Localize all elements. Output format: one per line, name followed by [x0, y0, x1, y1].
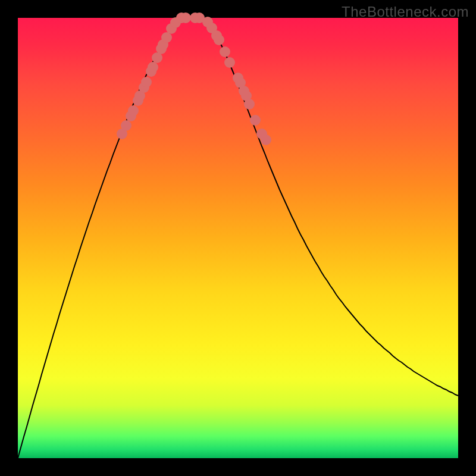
data-dot	[121, 120, 131, 131]
data-dot	[128, 105, 139, 116]
chart-frame: TheBottleneck.com	[0, 0, 476, 476]
plot-area	[18, 18, 458, 458]
data-dot	[250, 115, 261, 126]
data-dots-group	[117, 12, 271, 145]
left-curve	[18, 18, 187, 458]
data-dot	[148, 62, 158, 73]
data-dot	[214, 35, 224, 45]
data-dot	[224, 57, 235, 68]
data-dot	[141, 77, 152, 87]
curve-svg	[18, 18, 458, 458]
data-dot	[261, 134, 271, 145]
data-dot	[220, 46, 230, 57]
data-dot	[180, 12, 191, 23]
watermark-text: TheBottleneck.com	[342, 4, 469, 20]
data-dot	[244, 99, 255, 109]
